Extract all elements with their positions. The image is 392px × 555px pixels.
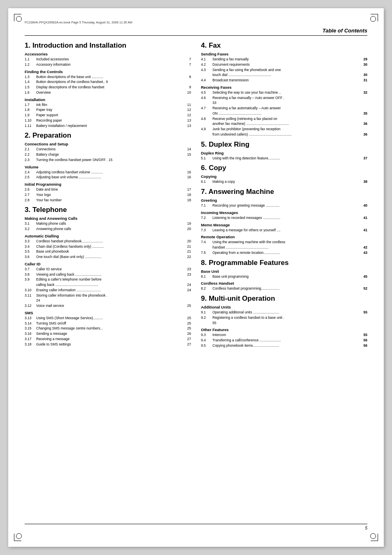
- toc-num: 3.2: [25, 226, 36, 232]
- section-title: 3. Telephone: [25, 206, 191, 214]
- toc-text: Viewing and calling back ...............…: [36, 272, 187, 277]
- toc-page: 43: [364, 250, 367, 256]
- toc-num: 8.2: [201, 286, 212, 291]
- toc-page: 7: [189, 62, 191, 67]
- subsection-title: Cordless Handset: [201, 281, 367, 286]
- toc-text: Caller ID service: [36, 267, 187, 272]
- toc-entry: 4.3Sending a fax using the phonebook and…: [201, 67, 367, 78]
- toc-entry: 1.2Accessory information7: [25, 62, 191, 67]
- section-title: 7. Answering Machine: [201, 188, 367, 196]
- section-block: 2. PreparationConnections and Setup2.1Co…: [25, 131, 191, 203]
- toc-page: 24: [187, 282, 191, 288]
- toc-num: 1.1: [25, 57, 36, 62]
- toc-page: 9: [189, 85, 191, 90]
- toc-text: Using the answering machine with the cor…: [212, 240, 364, 250]
- toc-num: 4.3: [201, 67, 212, 78]
- subsection-title: Incoming Messages: [201, 210, 367, 215]
- toc-entry: 1.3Button descriptions of the base unit …: [25, 74, 191, 80]
- toc-page: 17: [187, 187, 191, 192]
- toc-entry: 1.7Ink film11: [25, 102, 191, 108]
- toc-num: 1.3: [25, 74, 36, 80]
- toc-num: 4.2: [201, 62, 212, 67]
- toc-entry: 1.9Paper support12: [25, 113, 191, 118]
- toc-num: 1.7: [25, 102, 36, 108]
- toc-text: Guide to SMS settings: [36, 342, 187, 347]
- toc-entry: 2.6Date and time17: [25, 187, 191, 192]
- toc-num: 7.1: [201, 203, 212, 208]
- toc-entry: 5.1Using with the ring detection feature…: [201, 156, 367, 161]
- toc-content: 1. Introduction and InstallationAccessor…: [25, 38, 367, 350]
- toc-page: 8: [189, 74, 191, 80]
- file-info: FC228HK-PFQX2656ZA-en.book Page 5 Thursd…: [25, 21, 367, 24]
- toc-num: 4.7: [201, 106, 212, 116]
- toc-page: 27: [187, 342, 191, 347]
- toc-num: 3.9: [25, 277, 36, 288]
- toc-num: 3.12: [25, 303, 36, 309]
- toc-num: 5.1: [201, 156, 212, 161]
- toc-entry: 7.2Listening to recorded messages ......…: [201, 215, 367, 221]
- toc-entry: 3.15Changing SMS message centre numbers.…: [25, 326, 191, 331]
- toc-entry: 3.7Caller ID service23: [25, 267, 191, 272]
- toc-text: One touch dial (Base unit only) ........…: [36, 254, 187, 260]
- toc-page: 52: [364, 286, 367, 291]
- toc-text: Overview: [36, 90, 187, 95]
- toc-page: 30: [364, 72, 367, 78]
- toc-num: 2.4: [25, 170, 36, 175]
- toc-num: 9.3: [201, 332, 212, 338]
- toc-num: 3.8: [25, 272, 36, 277]
- section-block: 9. Multi-unit OperationAdditional Units9…: [201, 295, 367, 348]
- toc-page: 25: [187, 326, 191, 331]
- toc-text: Your fax number: [36, 198, 187, 203]
- section-block: 1. Introduction and InstallationAccessor…: [25, 41, 191, 128]
- toc-text: Receiving a fax manually – Auto answer O…: [212, 95, 367, 106]
- toc-entry: 1.1Included accessories7: [25, 57, 191, 62]
- page-number: 5: [365, 526, 367, 530]
- subsection-title: Accessories: [25, 52, 191, 56]
- toc-num: 3.17: [25, 336, 36, 342]
- left-column: 1. Introduction and InstallationAccessor…: [25, 38, 191, 350]
- toc-num: 9.4: [201, 338, 212, 343]
- toc-num: 4.8: [201, 116, 212, 127]
- toc-page: 12: [187, 107, 191, 113]
- subsection-title: Automatic Dialling: [25, 234, 191, 238]
- subsection-title: Volume: [25, 165, 191, 169]
- toc-text: Turning the cordless handset power ON/OF…: [36, 157, 191, 163]
- section-block: 6. CopyCopying6.1Making a copy38: [201, 164, 367, 184]
- toc-page: 29: [364, 57, 367, 62]
- toc-text: Making a copy: [212, 179, 364, 184]
- subsection-title: Duplex Ring: [201, 151, 367, 155]
- toc-text: Transferring a call/conference .........…: [212, 338, 364, 343]
- toc-text: Recording paper: [36, 118, 187, 123]
- toc-page: 36: [364, 132, 367, 137]
- toc-text: Button descriptions of the base unit ...…: [36, 74, 189, 80]
- toc-entry: 4.5Selecting the way to use your fax mac…: [201, 90, 367, 95]
- toc-num: 3.6: [25, 254, 36, 260]
- toc-entry: 8.2Cordless handset programming.........…: [201, 286, 367, 291]
- toc-entry: 7.5Operating from a remote location.....…: [201, 250, 367, 256]
- toc-page: 42: [364, 245, 367, 250]
- toc-entry: 3.17Receiving a message27: [25, 336, 191, 342]
- toc-text: Listening to recorded messages .........…: [212, 215, 364, 221]
- toc-entry: 3.12Voice mail service25: [25, 303, 191, 309]
- toc-num: 3.4: [25, 244, 36, 249]
- toc-entry: 1.6Overview10: [25, 90, 191, 95]
- toc-num: 2.8: [25, 198, 36, 203]
- toc-text: Document requirements: [212, 62, 364, 67]
- subsection-title: Initial Programming: [25, 182, 191, 187]
- toc-text: Leaving a message for others or yourself…: [212, 228, 364, 233]
- section-block: 5. Duplex RingDuplex Ring5.1Using with t…: [201, 140, 367, 161]
- toc-num: 3.15: [25, 326, 36, 331]
- toc-page: 56: [364, 338, 367, 343]
- toc-page: 10: [187, 90, 191, 95]
- toc-num: 3.14: [25, 321, 36, 326]
- toc-text: Included accessories: [36, 57, 189, 62]
- toc-entry: 7.3Leaving a message for others or yours…: [201, 228, 367, 233]
- toc-num: 1.9: [25, 113, 36, 118]
- toc-entry: 2.3Turning the cordless handset power ON…: [25, 157, 191, 163]
- toc-page: 32: [364, 90, 367, 95]
- toc-page: 45: [364, 274, 367, 279]
- toc-num: 7.3: [201, 228, 212, 233]
- toc-entry: 9.4Transferring a call/conference ......…: [201, 338, 367, 343]
- toc-page: 41: [364, 228, 367, 233]
- toc-num: 1.4: [25, 79, 36, 85]
